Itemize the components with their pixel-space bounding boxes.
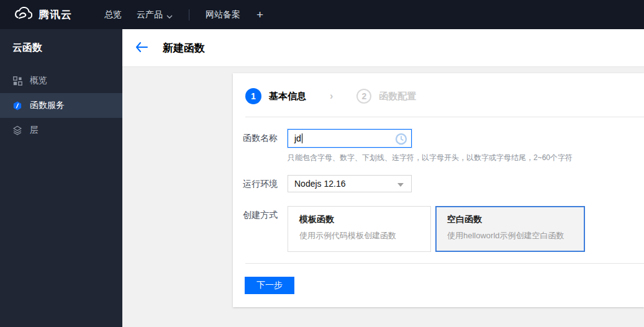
select-caret-icon [397, 183, 404, 187]
function-name-help: 只能包含字母、数字、下划线、连字符，以字母开头，以数字或字母结尾，2~60个字符 [288, 153, 573, 163]
option-card-template-function[interactable]: 模板函数 使用示例代码模板创建函数 [288, 206, 431, 252]
option-card-blank-function[interactable]: 空白函数 使用helloworld示例创建空白函数 [435, 206, 585, 252]
layers-icon [12, 125, 22, 135]
step-basic-info: 1 基本信息 [245, 88, 306, 104]
grid-icon [12, 76, 22, 86]
arrow-left-icon [135, 42, 148, 54]
nav-icp-filing-label: 网站备案 [206, 9, 240, 20]
page-title: 新建函数 [163, 41, 205, 55]
tencent-cloud-logo[interactable]: 腾讯云 [0, 7, 72, 22]
function-name-label: 函数名称 [243, 133, 286, 144]
text-caret [302, 133, 302, 143]
cloud-logo-icon [14, 7, 32, 22]
sidebar-function-service-label: 函数服务 [30, 100, 65, 111]
topnav-separator [189, 9, 189, 20]
nav-overview-label: 总览 [104, 9, 122, 20]
top-navbar: 腾讯云 总览 云产品 网站备案 + [0, 0, 644, 29]
content-area: 1 基本信息 › 2 函数配置 函数名称 jd 只能包含字母、数字、下划线、连字… [122, 67, 644, 327]
runtime-select[interactable]: Nodejs 12.16 [288, 175, 412, 192]
create-function-panel: 1 基本信息 › 2 函数配置 函数名称 jd 只能包含字母、数字、下划线、连字… [233, 73, 644, 307]
sidebar-layers-label: 层 [30, 125, 39, 136]
template-function-title: 模板函数 [299, 214, 430, 225]
sidebar-item-function-service[interactable]: 函数服务 [0, 93, 122, 118]
page-header: 新建函数 [122, 29, 644, 67]
back-button[interactable] [135, 42, 148, 54]
topnav-items: 总览 云产品 网站备案 + [97, 0, 272, 29]
step-function-config: 2 函数配置 [356, 89, 416, 104]
template-function-desc: 使用示例代码模板创建函数 [299, 230, 430, 241]
step-2-label: 函数配置 [379, 91, 416, 102]
sidebar-item-layers[interactable]: 层 [0, 118, 122, 143]
nav-item-cloud-products[interactable]: 云产品 [129, 0, 180, 29]
add-tab-button[interactable]: + [248, 8, 272, 22]
step-2-number: 2 [356, 89, 371, 104]
nav-item-overview[interactable]: 总览 [97, 0, 129, 29]
blank-function-desc: 使用helloworld示例创建空白函数 [447, 230, 584, 241]
blank-function-title: 空白函数 [447, 214, 584, 225]
runtime-label: 运行环境 [243, 179, 286, 190]
sidebar-overview-label: 概览 [30, 75, 47, 86]
brand-name: 腾讯云 [39, 7, 72, 22]
clock-pending-icon [395, 133, 407, 147]
steps-divider [245, 117, 644, 117]
next-step-button[interactable]: 下一步 [245, 277, 294, 294]
sidebar-item-overview[interactable]: 概览 [0, 68, 122, 93]
nav-cloud-products-label: 云产品 [137, 9, 163, 20]
runtime-selected-value: Nodejs 12.16 [294, 179, 346, 189]
sidebar-title: 云函数 [0, 29, 122, 68]
function-name-value: jd [294, 133, 301, 143]
steps-indicator: 1 基本信息 › 2 函数配置 [245, 88, 416, 104]
step-1-label: 基本信息 [269, 91, 306, 102]
scf-hexagon-icon [12, 101, 22, 110]
function-name-input[interactable]: jd [288, 129, 412, 148]
nav-item-icp-filing[interactable]: 网站备案 [198, 0, 248, 29]
step-1-number: 1 [245, 88, 261, 104]
footer-divider [245, 263, 644, 264]
creation-method-label: 创建方式 [243, 210, 286, 221]
sidebar: 云函数 概览 函数服务 层 [0, 29, 122, 327]
step-chevron-icon: › [330, 91, 333, 102]
chevron-down-icon [166, 11, 173, 20]
